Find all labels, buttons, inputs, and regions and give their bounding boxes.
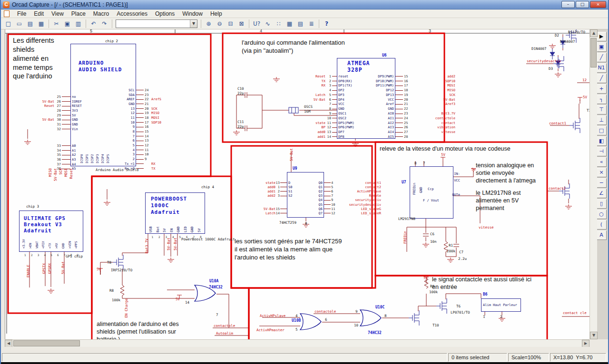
pin-row[interactable]: Q26ActivHPslave	[311, 189, 381, 193]
schematic-label[interactable]: Autoalim	[216, 331, 233, 335]
alim-haut-parleur[interactable]: Alim Haut Parleur	[481, 298, 521, 312]
pin-row[interactable]: DP9(PWM)15add2	[373, 74, 455, 79]
pin-row[interactable]: RX3DP1(TX)	[310, 84, 362, 88]
toolbar-tool-button[interactable]: ∿	[263, 19, 273, 29]
pin-row[interactable]: 512	[114, 143, 189, 148]
menu-item[interactable]: Place	[68, 10, 89, 18]
toolbar-edit-button[interactable]: ▥	[73, 19, 83, 29]
schematic-label[interactable]: 100k	[112, 298, 120, 302]
schematic-label[interactable]: LP0701/TO	[451, 310, 470, 315]
schematic-label[interactable]: MOSI	[64, 168, 68, 177]
menu-item[interactable]: Help	[206, 10, 226, 18]
schematic-label[interactable]: MISO	[48, 168, 52, 177]
pin-row[interactable]: Q37Remote	[311, 194, 381, 198]
palette-tool-button[interactable]: A	[596, 230, 607, 240]
schematic-label[interactable]: 100k	[429, 290, 438, 294]
pin-row[interactable]: DP11(PWM)17MOSI	[373, 84, 455, 88]
schematic-label[interactable]: PowerBoost 1000C Adafruit	[181, 237, 235, 241]
schematic-label[interactable]: 8	[384, 314, 387, 318]
icsp-pin[interactable]: ICSP0	[80, 142, 85, 163]
gps-pin[interactable]: GND	[61, 225, 68, 249]
icsp-pin[interactable]: ICSP1	[85, 142, 90, 163]
icsp-pin[interactable]: ICSP2	[90, 142, 96, 163]
schematic-label[interactable]: 5V-Bat	[61, 261, 65, 274]
palette-tool-button[interactable]: ─	[596, 178, 607, 188]
pin-row[interactable]: 283V3	[32, 108, 94, 113]
pin-row[interactable]: SDA23	[114, 93, 189, 97]
schematic-label[interactable]: T10	[432, 323, 439, 327]
gps-breakout[interactable]: ULTIMATE GPS Breakout V3 Adafruit <3.3V>…	[19, 211, 86, 272]
schematic-label[interactable]: U10A	[209, 279, 218, 283]
schematic-label[interactable]: 12	[582, 78, 587, 82]
pin-row[interactable]: 411	[114, 148, 189, 153]
lm2917n8[interactable]: FREOin GND IN- VCC OUTe Ccp F / Vout	[410, 166, 462, 225]
chevron-down-icon[interactable]: ▼	[190, 20, 197, 28]
icsp-pin[interactable]: ICSP3	[96, 142, 101, 163]
palette-tool-button[interactable]: ▶	[596, 32, 607, 41]
scroll-left-icon[interactable]: ◀	[5, 340, 12, 347]
schematic-label[interactable]: U9	[293, 166, 297, 171]
palette-tool-button[interactable]: ╱	[596, 53, 607, 62]
palette-tool-button[interactable]: ⊣	[596, 147, 607, 156]
pin-row[interactable]: 1017SDP10	[114, 120, 189, 125]
gps-pin[interactable]: <FIX	[41, 225, 48, 249]
schematic-label[interactable]: contact cle	[563, 311, 587, 315]
pin-row[interactable]: 29	[114, 157, 189, 162]
gps-pin[interactable]: >VIN	[68, 225, 75, 249]
pin-row[interactable]: 310	[114, 153, 189, 157]
gps-pin[interactable]: >EN	[29, 225, 35, 249]
schematic-label[interactable]: 2.2u	[458, 257, 467, 261]
annotation-note[interactable]: l'arduino qui commande l'alimentation (v…	[242, 39, 345, 55]
schematic-label[interactable]: T8	[107, 260, 111, 265]
annotation-note[interactable]: le signal contactcle est aussi utilisé i…	[432, 276, 531, 291]
toolbar-edit-button[interactable]: ▣	[62, 19, 72, 29]
palette-tool-button[interactable]: ○	[596, 210, 607, 219]
pin-row[interactable]: 5V-Bat26IOREF	[32, 99, 94, 104]
pin-row[interactable]: Tx <1RX	[114, 162, 189, 166]
horizontal-scrollbar[interactable]: ◀ ▶	[5, 339, 589, 347]
schematic-label[interactable]: contact1	[549, 121, 566, 125]
schematic-label[interactable]: 7	[423, 161, 425, 165]
schematic-label[interactable]: B6	[483, 292, 488, 297]
schematic-label[interactable]: D3	[549, 67, 553, 71]
pin-row[interactable]: state13D	[262, 181, 300, 185]
pin-row[interactable]: 714	[114, 134, 189, 139]
schematic-label[interactable]: 74HC32	[368, 331, 382, 335]
minimize-button[interactable]: –	[561, 1, 575, 8]
pin-row[interactable]: Q611LED_slaveG	[311, 207, 381, 211]
schematic-label[interactable]: 5V-Bat	[289, 148, 294, 161]
toolbar-undo-button[interactable]: ↷	[99, 19, 109, 29]
gps-pin[interactable]: VBAT	[35, 225, 42, 249]
pin-row[interactable]: 295V	[32, 113, 94, 118]
schematic-label[interactable]: 22p	[237, 125, 244, 129]
menu-item[interactable]: Options	[151, 10, 178, 18]
schematic-label[interactable]: 2	[500, 315, 502, 319]
pin-row[interactable]: Q510securitydesactiv	[311, 202, 381, 207]
pin-row[interactable]: GND22	[373, 106, 455, 111]
palette-tool-button[interactable]: ⊥	[596, 115, 607, 125]
gps-pin[interactable]: >RX	[55, 225, 61, 249]
schematic-label[interactable]: 5V	[441, 153, 445, 157]
schematic-label[interactable]: contact2	[549, 186, 566, 191]
gps-pin[interactable]: <TX	[48, 225, 55, 249]
toolbar-tool-button[interactable]: ∷	[274, 19, 284, 29]
schematic-label[interactable]: 10n	[430, 239, 437, 244]
schematic-label[interactable]: R8	[109, 288, 114, 293]
menu-item[interactable]: File	[13, 10, 30, 18]
demux-74hct259[interactable]: state13Dadd01S0add12S1add23S25V-Bat15Lat…	[262, 172, 387, 225]
toolbar-tool-button[interactable]: ▦	[285, 19, 295, 29]
pin-row[interactable]: 10OSC2	[310, 116, 362, 121]
pin-row[interactable]: Q15contact2	[311, 185, 381, 189]
palette-tool-button[interactable]: ⊤	[596, 105, 607, 115]
pin-row[interactable]: 32Vin	[32, 127, 94, 132]
toolbar-file-button[interactable]: ▤	[25, 19, 35, 29]
schematic-label[interactable]: Reset	[69, 168, 73, 179]
maximize-button[interactable]: □	[576, 1, 589, 8]
pin-row[interactable]: Aref21Aref3	[373, 102, 455, 107]
icsp-pin[interactable]: ICSP5	[106, 142, 111, 163]
schematic-label[interactable]: D2	[555, 33, 559, 38]
schematic-label[interactable]: ENABLE	[26, 265, 30, 278]
schematic-label[interactable]: 200k	[447, 249, 455, 253]
horizontal-scroll-thumb[interactable]	[13, 340, 80, 346]
toolbar-file-button[interactable]: ▦	[36, 19, 46, 29]
